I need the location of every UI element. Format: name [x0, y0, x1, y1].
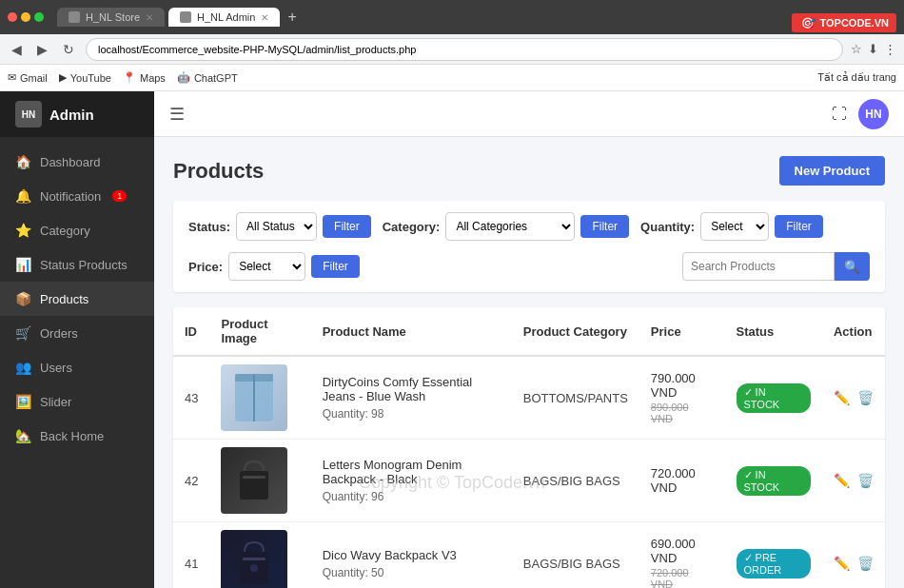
hamburger-button[interactable]: ☰	[169, 104, 185, 125]
download-icon[interactable]: ⬇	[868, 42, 878, 56]
delete-button-2[interactable]: 🗑️	[857, 556, 874, 571]
tab-store[interactable]: H_NL Store ✕	[57, 8, 165, 27]
app-layout: HN Admin 🏠 Dashboard 🔔 Notification 1 ⭐ …	[0, 91, 904, 588]
products-table-container: ID Product Image Product Name Product Ca…	[173, 307, 885, 588]
main-content: ☰ ⛶ HN Products New Product Status: All	[154, 91, 904, 588]
svg-point-7	[250, 564, 258, 572]
dot-red[interactable]	[8, 12, 17, 22]
status-filter-button[interactable]: Filter	[323, 215, 371, 238]
action-icons-0: ✏️ 🗑️	[834, 390, 874, 405]
tab-add-button[interactable]: +	[284, 8, 300, 27]
expand-icon[interactable]: ⛶	[832, 106, 847, 123]
new-product-button[interactable]: New Product	[779, 156, 885, 186]
sidebar-menu: 🏠 Dashboard 🔔 Notification 1 ⭐ Category …	[0, 137, 154, 588]
quantity-filter-button[interactable]: Filter	[775, 215, 823, 238]
cell-price-0: 790.000 VND 890.000 VND	[639, 356, 725, 440]
bookmark-gmail-label: Gmail	[20, 72, 48, 84]
table-row-1: 42 Letters Monogram Denim Backpack - Bla…	[173, 440, 885, 522]
users-icon: 👥	[15, 360, 30, 375]
sidebar-item-back-home[interactable]: 🏡 Back Home	[0, 419, 154, 453]
tab-admin[interactable]: H_NL Admin ✕	[168, 8, 280, 27]
star-icon[interactable]: ☆	[851, 42, 862, 56]
bookmarks-all[interactable]: Tất cả dấu trang	[817, 71, 896, 84]
search-input[interactable]	[682, 252, 835, 281]
filters-bar: Status: All Status Active Inactive Filte…	[173, 201, 885, 292]
gmail-icon: ✉	[8, 71, 16, 84]
product-image-2	[221, 530, 287, 588]
col-id: ID	[173, 307, 209, 356]
status-badge-2: ✓ PRE ORDER	[737, 549, 811, 578]
search-button[interactable]: 🔍	[835, 252, 870, 281]
bookmark-maps[interactable]: 📍 Maps	[123, 71, 166, 84]
svg-rect-2	[235, 374, 273, 382]
avatar[interactable]: HN	[858, 99, 889, 129]
price-main-1: 720.000 VND	[651, 466, 714, 495]
sidebar-item-notification[interactable]: 🔔 Notification 1	[0, 179, 154, 213]
cell-action-2: ✏️ 🗑️	[822, 522, 885, 589]
edit-button-2[interactable]: ✏️	[834, 556, 850, 571]
filter-group-category: Category: All Categories BAGS/BIG BAGS B…	[383, 212, 629, 241]
price-filter-button[interactable]: Filter	[311, 255, 360, 278]
menu-icon[interactable]: ⋮	[884, 42, 896, 56]
sidebar-item-dashboard[interactable]: 🏠 Dashboard	[0, 145, 154, 179]
product-qty-1: Quantity: 96	[323, 490, 501, 503]
edit-button-0[interactable]: ✏️	[834, 390, 850, 405]
cell-price-2: 690.000 VND 720.000 VND	[639, 522, 725, 589]
products-icon: 📦	[15, 291, 30, 306]
sidebar-header: HN Admin	[0, 91, 154, 137]
cell-image-0	[209, 356, 310, 440]
bookmark-youtube-label: YouTube	[70, 72, 111, 84]
delete-button-0[interactable]: 🗑️	[857, 390, 874, 405]
status-select[interactable]: All Status Active Inactive	[236, 212, 317, 241]
col-price: Price	[639, 307, 725, 356]
sidebar-item-notification-label: Notification	[40, 189, 101, 204]
cell-name-0: DirtyCoins Comfy Essential Jeans - Blue …	[311, 356, 512, 440]
table-header-row: ID Product Image Product Name Product Ca…	[173, 307, 885, 356]
price-select[interactable]: Select 0-500k 500k-1M 1M+	[228, 252, 305, 281]
cell-image-2	[209, 522, 310, 589]
back-home-icon: 🏡	[15, 428, 30, 443]
product-name-1: Letters Monogram Denim Backpack - Black	[323, 458, 501, 486]
product-image-1	[221, 447, 287, 514]
avatar-initials: HN	[865, 108, 881, 121]
delete-button-1[interactable]: 🗑️	[857, 473, 874, 488]
chatgpt-icon: 🤖	[177, 71, 190, 84]
col-action: Action	[822, 307, 885, 356]
back-button[interactable]: ◀	[8, 40, 26, 59]
sidebar-item-dashboard-label: Dashboard	[40, 155, 101, 169]
sidebar-item-back-home-label: Back Home	[40, 429, 104, 443]
bookmark-gmail[interactable]: ✉ Gmail	[8, 71, 48, 84]
bookmark-chatgpt-label: ChatGPT	[194, 72, 238, 84]
tab-store-label: H_NL Store	[86, 11, 140, 23]
sidebar-item-orders[interactable]: 🛒 Orders	[0, 316, 154, 350]
category-select[interactable]: All Categories BAGS/BIG BAGS BOTTOMS/PAN…	[445, 212, 575, 241]
filter-group-price: Price: Select 0-500k 500k-1M 1M+ Filter	[188, 252, 360, 281]
price-original-0: 890.000 VND	[651, 402, 714, 424]
tab-admin-label: H_NL Admin	[197, 11, 255, 23]
price-filter-label: Price:	[188, 260, 223, 274]
sidebar-item-products[interactable]: 📦 Products	[0, 282, 154, 316]
forward-button[interactable]: ▶	[33, 40, 51, 59]
bookmark-chatgpt[interactable]: 🤖 ChatGPT	[177, 71, 238, 84]
sidebar-item-status-products[interactable]: 📊 Status Products	[0, 247, 154, 282]
url-bar[interactable]	[86, 38, 843, 61]
edit-button-1[interactable]: ✏️	[834, 473, 850, 488]
sidebar-title: Admin	[49, 107, 94, 123]
bookmarks-all-label: Tất cả dấu trang	[817, 71, 896, 83]
category-filter-button[interactable]: Filter	[580, 215, 629, 238]
tab-admin-close[interactable]: ✕	[261, 12, 268, 23]
dot-green[interactable]	[34, 12, 44, 22]
reload-button[interactable]: ↻	[59, 40, 78, 59]
cell-action-1: ✏️ 🗑️	[822, 440, 885, 522]
sidebar-item-users[interactable]: 👥 Users	[0, 350, 154, 384]
quantity-select[interactable]: Select 0-50 51-100 101+	[700, 212, 769, 241]
tab-store-close[interactable]: ✕	[146, 12, 153, 23]
sidebar-item-status-products-label: Status Products	[40, 258, 128, 272]
sidebar-item-slider[interactable]: 🖼️ Slider	[0, 384, 154, 419]
svg-rect-4	[243, 476, 265, 479]
dot-yellow[interactable]	[21, 12, 30, 22]
sidebar-item-category[interactable]: ⭐ Category	[0, 213, 154, 247]
cell-status-1: ✓ IN STOCK	[725, 440, 822, 522]
cell-id-2: 41	[173, 522, 209, 589]
bookmark-youtube[interactable]: ▶ YouTube	[59, 71, 111, 84]
